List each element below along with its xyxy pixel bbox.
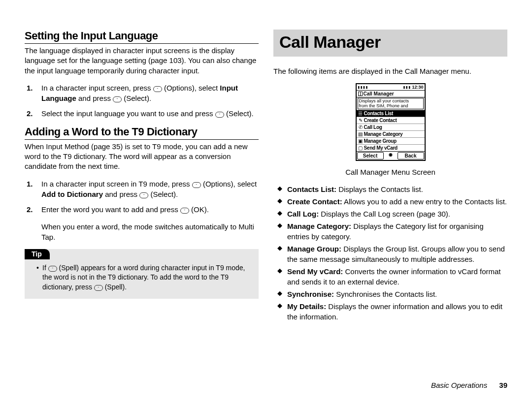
category-icon: ▤: [358, 131, 363, 137]
step-1: 1. In a character input screen, press (O…: [25, 83, 259, 103]
softkey-center-icon: ◉: [384, 152, 397, 160]
bullet-manage-group: Manage Group: Displays the Group list. G…: [273, 244, 507, 264]
tip-box: Tip If (Spell) appears for a word during…: [25, 249, 259, 299]
clock-text: 12:30: [412, 85, 423, 90]
t9-note: When you enter a word, the mode switches…: [41, 221, 259, 242]
steps-input-language: 1. In a character input screen, press (O…: [25, 83, 259, 119]
phone-item-category: ▤Manage Category: [357, 130, 425, 137]
bullet-send-vcard: Send My vCard: Converts the owner inform…: [273, 266, 507, 287]
phone-desc: Displays all your contacts from the SIM,…: [358, 98, 424, 109]
page-title: Call Manager: [279, 32, 501, 52]
footer-section: Basic Operations: [431, 381, 487, 389]
signal-icon: ▮▮▮▮: [358, 85, 368, 90]
softkey-icon: [94, 285, 103, 291]
softkey-back: Back: [398, 152, 424, 159]
softkey-icon: [139, 192, 148, 198]
softkey-icon: [215, 112, 224, 118]
vcard-icon: ▢: [358, 145, 363, 151]
bullet-create-contact: Create Contact: Allows you to add a new …: [273, 196, 507, 207]
t9-step-2: 2. Enter the word you want to add and pr…: [25, 204, 259, 215]
intro-call-manager: The following items are displayed in the…: [273, 66, 507, 76]
add-icon: ✎: [358, 118, 363, 123]
battery-icon: ▮▮▮: [403, 85, 411, 90]
softkey-icon: [192, 182, 201, 188]
softkey-icon: [48, 266, 57, 272]
phone-item-calllog: ✆Call Log: [357, 124, 425, 130]
tip-label: Tip: [25, 249, 50, 259]
page-title-box: Call Manager: [273, 30, 507, 57]
softkey-select: Select: [357, 152, 384, 159]
footer-page-number: 39: [499, 381, 507, 389]
bullet-manage-category: Manage Category: Displays the Category l…: [273, 221, 507, 242]
phone-status-bar: ▮▮▮▮ ▮▮▮ 12:30: [357, 84, 425, 91]
phone-item-create: ✎Create Contact: [357, 117, 425, 124]
bullet-call-log: Call Log: Displays the Call Log screen (…: [273, 209, 507, 219]
group-icon: ▣: [358, 138, 363, 144]
bullet-contacts-list: Contacts List: Displays the Contacts lis…: [273, 184, 507, 194]
t9-step-1: 1. In a character input screen in T9 mod…: [25, 179, 259, 199]
left-column: Setting the Input Language The language …: [25, 30, 259, 324]
tip-text: If (Spell) appears for a word during cha…: [36, 263, 251, 292]
phone-title: Call Manager: [357, 91, 425, 97]
battery-time: ▮▮▮ 12:30: [403, 85, 424, 90]
phone-icon: ✆: [358, 125, 363, 130]
page-footer: Basic Operations 39: [431, 381, 507, 389]
phone-screen: ▮▮▮▮ ▮▮▮ 12:30 Call Manager Displays all…: [356, 83, 426, 161]
softkey-icon: [180, 208, 189, 214]
step-2: 2. Select the input language you want to…: [25, 108, 259, 119]
bullet-synchronise: Synchronise: Synchronises the Contacts l…: [273, 289, 507, 299]
phone-item-vcard: ▢Send My vCard: [357, 144, 425, 151]
heading-input-language: Setting the Input Language: [25, 30, 259, 44]
steps-t9: 1. In a character input screen in T9 mod…: [25, 179, 259, 215]
para-t9: When Input Method (page 35) is set to T9…: [25, 142, 259, 172]
phone-figure: ▮▮▮▮ ▮▮▮ 12:30 Call Manager Displays all…: [273, 83, 507, 161]
phone-item-contacts: ☰Contacts List: [357, 110, 425, 117]
right-column: Call Manager The following items are dis…: [273, 30, 507, 324]
call-manager-items: Contacts List: Displays the Contacts lis…: [273, 184, 507, 322]
phone-item-group: ▣Manage Group: [357, 137, 425, 144]
figure-caption: Call Manager Menu Screen: [273, 168, 507, 176]
softkey-icon: [113, 96, 122, 102]
para-input-language: The language displayed in character inpu…: [25, 46, 259, 76]
heading-t9: Adding a Word to the T9 Dictionary: [25, 126, 259, 140]
phone-softkeys: Select ◉ Back: [357, 151, 425, 160]
softkey-icon: [153, 86, 162, 92]
list-icon: ☰: [358, 111, 363, 116]
book-icon: [358, 92, 363, 96]
bullet-my-details: My Details: Displays the owner informati…: [273, 301, 507, 322]
